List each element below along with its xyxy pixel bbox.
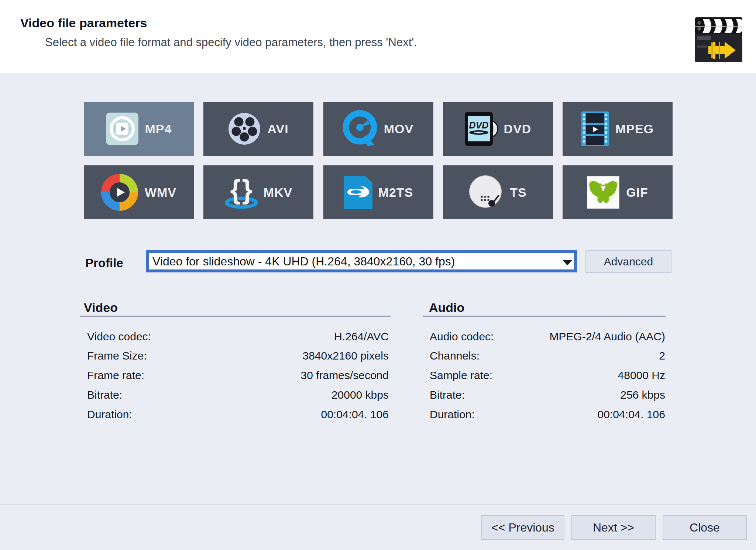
svg-text:}: } — [242, 175, 252, 205]
svg-text:DVD: DVD — [469, 120, 488, 130]
svg-text:{: { — [230, 175, 241, 205]
